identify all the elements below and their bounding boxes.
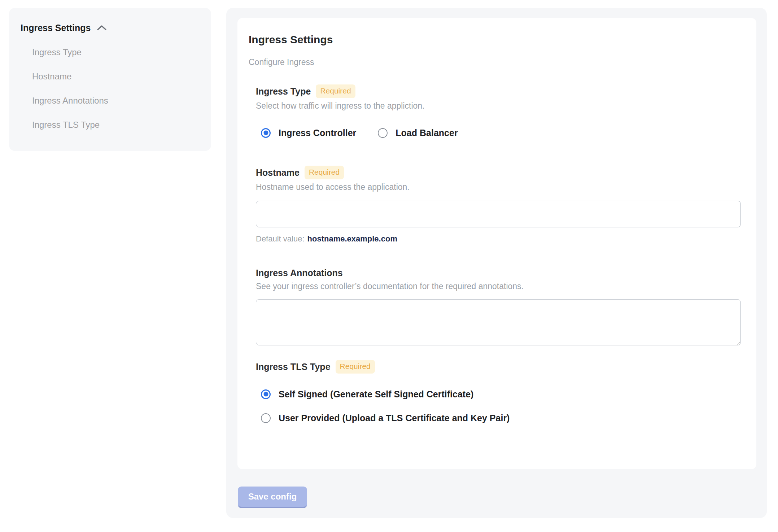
radio-selected-icon[interactable] — [261, 128, 271, 138]
ingress-annotations-group: Ingress Annotations See your ingress con… — [256, 267, 741, 345]
required-badge: Required — [336, 360, 375, 374]
hostname-help: Hostname used to access the application. — [256, 182, 741, 192]
hostname-default-line: Default value:hostname.example.com — [256, 234, 741, 244]
page-subtitle: Configure Ingress — [249, 57, 741, 67]
default-value-label: Default value: — [256, 234, 305, 243]
settings-panel: Ingress Settings Configure Ingress Ingre… — [226, 8, 767, 518]
ingress-type-label: Ingress Type — [256, 86, 311, 97]
radio-ingress-controller[interactable]: Ingress Controller — [261, 127, 356, 138]
radio-unselected-icon[interactable] — [378, 128, 388, 138]
radio-load-balancer-label: Load Balancer — [395, 127, 458, 138]
radio-unselected-icon[interactable] — [261, 413, 271, 423]
save-config-button[interactable]: Save config — [238, 487, 307, 508]
ingress-annotations-label: Ingress Annotations — [256, 267, 343, 279]
required-badge: Required — [316, 84, 355, 98]
radio-user-provided-label: User Provided (Upload a TLS Certificate … — [279, 413, 510, 423]
sidebar-section-title: Ingress Settings — [21, 22, 91, 33]
radio-user-provided[interactable]: User Provided (Upload a TLS Certificate … — [261, 413, 741, 423]
sidebar-item-hostname[interactable]: Hostname — [32, 71, 200, 82]
hostname-input[interactable] — [256, 201, 741, 227]
hostname-group: Hostname Required Hostname used to acces… — [256, 166, 741, 244]
sidebar-section-header[interactable]: Ingress Settings — [21, 22, 200, 33]
ingress-settings-card: Ingress Settings Configure Ingress Ingre… — [237, 18, 756, 469]
radio-ingress-controller-label: Ingress Controller — [279, 127, 356, 138]
page-title: Ingress Settings — [249, 33, 741, 46]
radio-selected-icon[interactable] — [261, 389, 271, 399]
ingress-tls-type-label: Ingress TLS Type — [256, 361, 331, 372]
radio-self-signed[interactable]: Self Signed (Generate Self Signed Certif… — [261, 389, 741, 400]
settings-sidebar: Ingress Settings Ingress Type Hostname I… — [9, 8, 211, 151]
ingress-type-help: Select how traffic will ingress to the a… — [256, 101, 741, 111]
ingress-type-group: Ingress Type Required Select how traffic… — [256, 84, 741, 138]
sidebar-item-ingress-tls-type[interactable]: Ingress TLS Type — [32, 119, 200, 130]
sidebar-item-ingress-annotations[interactable]: Ingress Annotations — [32, 95, 200, 106]
hostname-label: Hostname — [256, 167, 300, 178]
sidebar-item-ingress-type[interactable]: Ingress Type — [32, 47, 200, 58]
required-badge: Required — [305, 166, 344, 179]
default-value-text: hostname.example.com — [307, 234, 397, 243]
radio-self-signed-label: Self Signed (Generate Self Signed Certif… — [279, 389, 473, 400]
chevron-up-icon — [97, 25, 107, 31]
ingress-tls-type-group: Ingress TLS Type Required Self Signed (G… — [256, 360, 741, 423]
ingress-annotations-help: See your ingress controller’s documentat… — [256, 281, 741, 291]
radio-load-balancer[interactable]: Load Balancer — [378, 127, 458, 138]
sidebar-item-list: Ingress Type Hostname Ingress Annotation… — [32, 47, 200, 130]
ingress-annotations-textarea[interactable] — [256, 299, 741, 345]
